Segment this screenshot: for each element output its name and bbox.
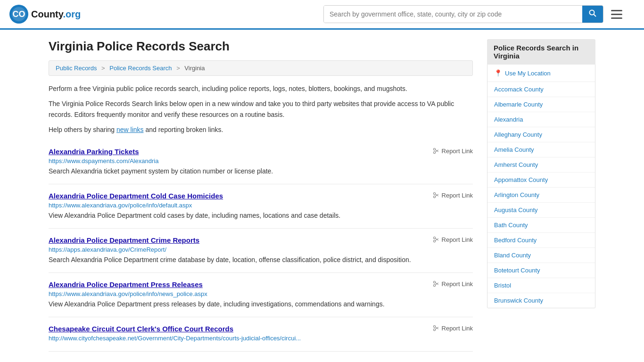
result-item: Alexandria Police Department Cold Case H… (49, 184, 473, 229)
scissors-icon (433, 148, 439, 154)
report-link-button[interactable]: Report Link (433, 236, 473, 243)
scissors-icon (433, 280, 439, 287)
result-item: Chesapeake Circuit Court Clerk's Office … (49, 317, 473, 352)
report-link-label: Report Link (442, 280, 473, 288)
result-item: Alexandria Police Department Crime Repor… (49, 229, 473, 273)
result-url[interactable]: https://www.alexandriava.gov/police/info… (49, 290, 473, 297)
sidebar-county-link[interactable]: Bristol (487, 278, 595, 293)
breadcrumb-sep: > (101, 65, 105, 72)
breadcrumb: Public Records > Police Records Search >… (49, 60, 473, 76)
scissors-icon (433, 236, 439, 243)
result-header: Alexandria Police Department Press Relea… (49, 280, 473, 288)
sidebar-county-link[interactable]: Alleghany County (487, 127, 595, 142)
hamburger-button[interactable] (608, 7, 625, 22)
page-body: Virginia Police Records Search Public Re… (39, 30, 605, 361)
search-bar (323, 5, 625, 23)
report-link-button[interactable]: Report Link (433, 148, 473, 155)
sidebar-county-link[interactable]: Bland County (487, 248, 595, 263)
sidebar-county-link[interactable]: Amelia County (487, 142, 595, 157)
intro-paragraph-1: Perform a free Virginia public police re… (49, 83, 473, 94)
search-icon (589, 9, 596, 17)
result-description: View Alexandria Police Department press … (49, 299, 473, 309)
breadcrumb-public-records[interactable]: Public Records (56, 65, 97, 72)
result-header: Chesapeake Circuit Court Clerk's Office … (49, 325, 473, 333)
hamburger-line (611, 10, 622, 11)
result-url[interactable]: https://www.dspayments.com/Alexandria (49, 157, 473, 165)
page-header: CO County.org (0, 0, 644, 30)
use-my-location[interactable]: 📍 Use My Location (487, 65, 595, 82)
svg-point-3 (590, 10, 594, 15)
result-item: Alexandria Parking Tickets Report Link h… (49, 140, 473, 184)
svg-line-4 (594, 15, 596, 17)
use-location-label: Use My Location (505, 70, 551, 77)
intro-paragraph-2: The Virginia Police Records Search links… (49, 99, 473, 120)
scissors-icon (433, 192, 439, 198)
svg-text:CO: CO (13, 9, 25, 19)
main-content: Virginia Police Records Search Public Re… (49, 39, 473, 352)
logo-icon: CO (9, 5, 28, 24)
location-pin-icon: 📍 (494, 69, 502, 77)
result-description: Search Alexandria ticket payment system … (49, 166, 473, 176)
sidebar-county-link[interactable]: Augusta County (487, 203, 595, 218)
hamburger-line (611, 17, 622, 19)
logo[interactable]: CO County.org (9, 5, 81, 24)
result-url[interactable]: https://apps.alexandriava.gov/CrimeRepor… (49, 246, 473, 253)
sidebar-title: Police Records Search in Virginia (487, 39, 595, 65)
intro-paragraph-3: Help others by sharing new links and rep… (49, 124, 473, 135)
sidebar-county-link[interactable]: Amherst County (487, 157, 595, 173)
search-button[interactable] (582, 6, 603, 23)
page-title: Virginia Police Records Search (49, 39, 473, 54)
logo-text: County.org (31, 9, 81, 20)
sidebar-county-link[interactable]: Arlington County (487, 188, 595, 203)
sidebar-county-link[interactable]: Bedford County (487, 233, 595, 248)
report-link-label: Report Link (442, 325, 473, 332)
sidebar-county-link[interactable]: Alexandria (487, 112, 595, 127)
report-link-button[interactable]: Report Link (433, 192, 473, 199)
sidebar: Police Records Search in Virginia 📍 Use … (487, 39, 595, 352)
result-title[interactable]: Alexandria Parking Tickets (49, 148, 139, 156)
sidebar-county-link[interactable]: Albemarle County (487, 97, 595, 112)
result-title[interactable]: Alexandria Police Department Cold Case H… (49, 192, 223, 200)
report-link-label: Report Link (442, 236, 473, 243)
result-header: Alexandria Police Department Cold Case H… (49, 192, 473, 200)
sidebar-county-link[interactable]: Brunswick County (487, 293, 595, 308)
result-url[interactable]: https://www.alexandriava.gov/police/info… (49, 202, 473, 209)
breadcrumb-sep-2: > (176, 65, 180, 72)
report-link-button[interactable]: Report Link (433, 325, 473, 332)
sidebar-list: 📍 Use My Location Accomack CountyAlbemar… (487, 65, 595, 308)
new-links-link[interactable]: new links (116, 126, 144, 133)
result-title[interactable]: Alexandria Police Department Press Relea… (49, 280, 203, 288)
result-title[interactable]: Alexandria Police Department Crime Repor… (49, 236, 199, 244)
report-link-label: Report Link (442, 192, 473, 199)
breadcrumb-police-records-search[interactable]: Police Records Search (109, 65, 172, 72)
search-input-wrap (323, 5, 603, 23)
scissors-icon (433, 325, 439, 331)
result-url[interactable]: http://www.cityofchesapeake.net/Governme… (49, 335, 473, 342)
sidebar-counties: Accomack CountyAlbemarle CountyAlexandri… (487, 82, 595, 308)
sidebar-county-link[interactable]: Accomack County (487, 82, 595, 97)
report-link-button[interactable]: Report Link (433, 280, 473, 288)
report-link-label: Report Link (442, 148, 473, 155)
hamburger-line (611, 14, 622, 15)
result-description: View Alexandria Police Department cold c… (49, 211, 473, 221)
result-header: Alexandria Police Department Crime Repor… (49, 236, 473, 244)
sidebar-county-link[interactable]: Appomattox County (487, 173, 595, 188)
search-input[interactable] (324, 6, 582, 23)
result-description: Search Alexandria Police Department crim… (49, 255, 473, 265)
result-item: Alexandria Police Department Press Relea… (49, 273, 473, 317)
results-list: Alexandria Parking Tickets Report Link h… (49, 140, 473, 352)
sidebar-county-link[interactable]: Botetourt County (487, 263, 595, 278)
sidebar-county-link[interactable]: Bath County (487, 218, 595, 233)
breadcrumb-current: Virginia (184, 65, 205, 72)
result-title[interactable]: Chesapeake Circuit Court Clerk's Office … (49, 325, 233, 333)
result-header: Alexandria Parking Tickets Report Link (49, 148, 473, 156)
